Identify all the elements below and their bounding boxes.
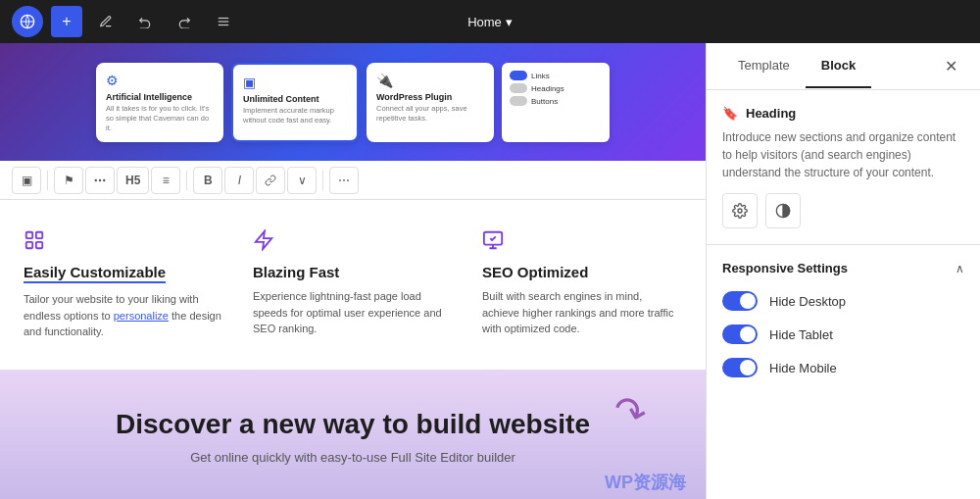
canvas-hero: ⚙ Artificial Intelligence All it takes i… (0, 43, 706, 161)
hide-mobile-label: Hide Mobile (769, 361, 837, 375)
svg-rect-8 (36, 232, 42, 238)
fast-icon (253, 229, 453, 256)
chevron-up-icon[interactable]: ∧ (956, 262, 964, 275)
heading-level-btn[interactable]: H5 (117, 167, 149, 194)
fast-body: Experience lightning-fast page load spee… (253, 288, 453, 337)
redo-icon[interactable] (169, 6, 200, 37)
tab-template[interactable]: Template (722, 44, 806, 88)
link-btn[interactable] (256, 167, 285, 194)
align-btn[interactable]: ≡ (151, 167, 180, 194)
link-item-buttons: Buttons (510, 96, 602, 106)
content-desc: Implement accurate markup without code f… (243, 106, 347, 125)
home-label[interactable]: Home ▾ (467, 15, 513, 29)
main-area: ⚙ Artificial Intelligence All it takes i… (0, 43, 980, 499)
hide-desktop-toggle[interactable] (722, 291, 758, 311)
heading-label: 🔖 Heading (722, 106, 964, 121)
svg-point-6 (103, 178, 105, 180)
links-card: Links Headings Buttons (502, 63, 610, 142)
contrast-icon-btn[interactable] (765, 193, 801, 228)
options-btn[interactable]: ⋯ (329, 167, 359, 194)
canvas: ⚙ Artificial Intelligence All it takes i… (0, 43, 706, 499)
svg-rect-10 (36, 242, 42, 248)
dots-btn[interactable] (85, 167, 115, 194)
toggle-row-desktop: Hide Desktop (722, 291, 964, 311)
plugin-icon: 🔌 (376, 73, 484, 88)
svg-point-5 (99, 178, 101, 180)
customizable-icon (24, 229, 223, 256)
seo-heading: SEO Optimized (482, 264, 682, 280)
hide-tablet-label: Hide Tablet (769, 327, 833, 342)
feature-cards-row: ⚙ Artificial Intelligence All it takes i… (96, 63, 610, 142)
plugin-desc: Connect all your apps, save repetitive t… (376, 104, 484, 124)
sidebar-header: Template Block ✕ (707, 43, 980, 90)
svg-point-12 (738, 209, 742, 213)
feature-item-fast: Blazing Fast Experience lightning-fast p… (253, 229, 453, 340)
italic-btn[interactable]: I (224, 167, 254, 194)
features-row: Easily Customizable Tailor your website … (24, 229, 682, 340)
customizable-heading: Easily Customizable (24, 264, 166, 283)
link-label-headings: Headings (531, 84, 564, 93)
block-toolbar: ▣ ⚑ H5 ≡ B I ∨ ⋯ (0, 161, 706, 200)
sidebar: Template Block ✕ 🔖 Heading Introduce new… (706, 43, 980, 499)
svg-rect-9 (26, 242, 32, 248)
heading-description: Introduce new sections and organize cont… (722, 128, 964, 181)
close-button[interactable]: ✕ (937, 53, 964, 80)
bookmark-icon: 🔖 (722, 106, 738, 121)
content-icon: ▣ (243, 75, 347, 90)
seo-icon (482, 229, 682, 256)
toggle-row-tablet: Hide Tablet (722, 324, 964, 344)
feature-card-plugin: 🔌 WordPress Plugin Connect all your apps… (367, 63, 494, 142)
menu-icon[interactable] (208, 6, 239, 37)
bottom-subtext: Get online quickly with easy-to-use Full… (20, 450, 686, 465)
bottom-heading: Discover a new way to build website (20, 409, 686, 440)
responsive-title: Responsive Settings (722, 261, 848, 275)
home-chevron: ▾ (506, 15, 513, 29)
watermark: WP资源海 (605, 471, 686, 494)
link-item-headings: Headings (510, 83, 602, 93)
responsive-header: Responsive Settings ∧ (722, 261, 964, 275)
flag-btn[interactable]: ⚑ (54, 167, 83, 194)
home-text: Home (467, 15, 502, 29)
heading-icons-row (722, 193, 964, 228)
tab-block[interactable]: Block (806, 44, 871, 88)
heading-title: Heading (746, 106, 796, 121)
fast-heading: Blazing Fast (253, 264, 453, 280)
bold-btn[interactable]: B (193, 167, 222, 194)
settings-icon-btn[interactable] (722, 193, 758, 228)
svg-point-4 (95, 178, 97, 180)
seo-body: Built with search engines in mind, achie… (482, 288, 682, 337)
ai-title: Artificial Intelligence (106, 92, 214, 102)
pen-icon[interactable] (90, 6, 122, 37)
personalize-link[interactable]: personalize (114, 310, 169, 322)
block-type-btn[interactable]: ▣ (12, 167, 41, 194)
hide-mobile-toggle[interactable] (722, 358, 758, 377)
top-bar: + Home ▾ (0, 0, 980, 43)
separator-2 (186, 171, 187, 190)
ai-icon: ⚙ (106, 73, 214, 88)
undo-icon[interactable] (129, 6, 161, 37)
feature-item-seo: SEO Optimized Built with search engines … (482, 229, 682, 340)
heading-section: 🔖 Heading Introduce new sections and org… (707, 90, 980, 245)
feature-card-content: ▣ Unlimited Content Implement accurate m… (231, 63, 359, 142)
feature-item-customizable: Easily Customizable Tailor your website … (24, 229, 223, 340)
responsive-section: Responsive Settings ∧ Hide Desktop Hide … (707, 245, 980, 407)
canvas-content: Easily Customizable Tailor your website … (0, 200, 706, 370)
svg-rect-7 (26, 232, 32, 238)
hide-desktop-label: Hide Desktop (769, 294, 846, 309)
canvas-bottom: ↷ Discover a new way to build website Ge… (0, 370, 706, 500)
link-label-buttons: Buttons (531, 97, 558, 106)
hide-tablet-toggle[interactable] (722, 324, 758, 344)
plugin-title: WordPress Plugin (376, 92, 484, 102)
more-btn[interactable]: ∨ (287, 167, 317, 194)
add-button[interactable]: + (51, 6, 82, 37)
link-label-links: Links (531, 72, 550, 80)
feature-card-ai: ⚙ Artificial Intelligence All it takes i… (96, 63, 223, 142)
wp-logo[interactable] (12, 6, 43, 37)
customizable-body: Tailor your website to your liking with … (24, 291, 223, 340)
link-item-links: Links (510, 71, 602, 80)
ai-desc: All it takes is for you to click. It's s… (106, 104, 214, 132)
separator-3 (322, 171, 323, 190)
separator-1 (47, 171, 48, 190)
toggle-row-mobile: Hide Mobile (722, 358, 964, 377)
content-title: Unlimited Content (243, 94, 347, 104)
